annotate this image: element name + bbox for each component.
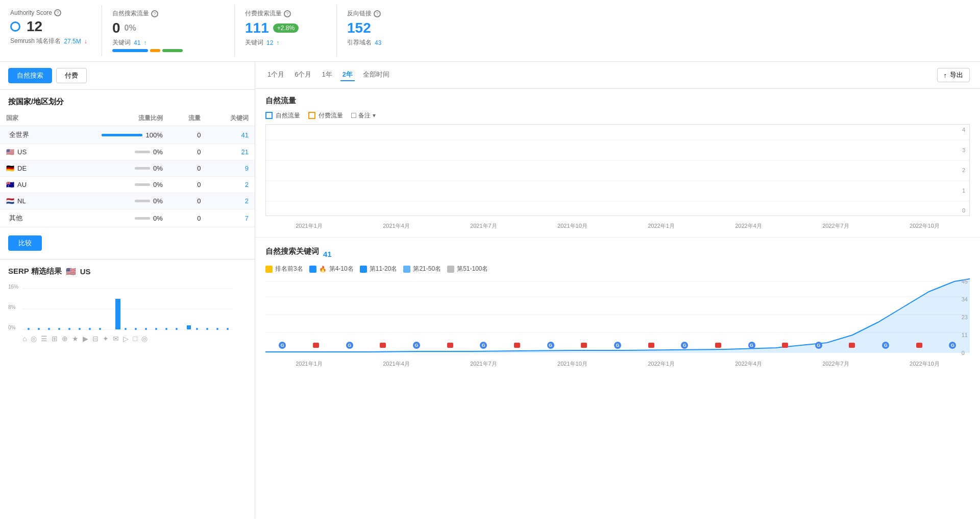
keywords-cell[interactable]: 2 [207,193,255,209]
table-row: 🇦🇺 AU 0% 0 2 [0,177,255,193]
kw-legend-item: 第21-50名 [403,265,441,273]
main-content: 自然搜索 付费 按国家/地区划分 国家 流量比例 流量 关键词 全世界 [0,62,980,518]
traffic-percent: 100% [145,131,162,139]
info-icon-paid[interactable]: ? [284,10,291,17]
country-name-cell: 其他 [0,209,55,227]
time-range-btn[interactable]: 1年 [320,69,334,81]
note-button[interactable]: □ 备注 ▾ [351,111,376,120]
country-label: 其他 [9,213,22,223]
semrush-value[interactable]: 27.5M [64,38,81,45]
organic-traffic-value: 0 0% [112,20,224,36]
country-name-cell: 🇩🇪 DE [0,160,55,177]
time-range-btn[interactable]: 2年 [340,69,355,81]
legend-paid-icon [308,112,315,119]
svg-point-25 [227,328,229,330]
keywords-cell[interactable]: 41 [207,126,255,144]
export-icon: ↑ [944,72,947,79]
kw-legend-color [447,266,454,273]
traffic-percent: 0% [153,164,163,172]
info-icon-organic[interactable]: ? [151,10,158,17]
google-icon: G [815,342,822,349]
marker-red [916,343,922,348]
export-button[interactable]: ↑ 导出 [937,68,970,82]
time-range-bar: 1个月6个月1年2年全部时间 ↑ 导出 [255,62,980,89]
kw-legend-item: 第11-20名 [360,265,398,273]
tab-organic[interactable]: 自然搜索 [8,68,52,83]
keywords-cell[interactable]: 21 [207,144,255,160]
xaxis-label: 2021年10月 [557,222,587,230]
progress-green [162,49,183,52]
marker-red [447,343,453,348]
svg-text:8%: 8% [8,304,16,310]
country-name-cell: 全世界 [0,126,55,144]
xaxis-label: 2021年4月 [383,222,410,230]
kw-legend-label: 排名前3名 [275,265,303,273]
traffic-bar [135,217,150,220]
google-icon: G [748,342,755,349]
semrush-trend: ↓ [84,38,87,45]
kw-legend-color [403,266,410,273]
serp-title: SERP 精选结果 🇺🇸 US [8,267,247,276]
country-name-cell: 🇺🇸 US [0,144,55,160]
keywords-cell[interactable]: 9 [207,160,255,177]
traffic-ratio-cell: 0% [55,160,169,177]
xaxis-label: 2021年7月 [470,222,497,230]
traffic-cell: 0 [169,209,207,227]
traffic-cell: 0 [169,177,207,193]
svg-text:0%: 0% [8,325,16,330]
keywords-cell[interactable]: 2 [207,177,255,193]
tab-paid[interactable]: 付费 [56,68,87,83]
organic-kw-value[interactable]: 41 [134,39,140,46]
svg-point-9 [38,328,40,330]
time-range-btn[interactable]: 全部时间 [361,69,391,81]
google-icon: G [614,342,621,349]
traffic-ratio-cell: 100% [55,126,169,144]
left-panel: 自然搜索 付费 按国家/地区划分 国家 流量比例 流量 关键词 全世界 [0,62,255,518]
table-row: 其他 0% 0 7 [0,209,255,227]
progress-orange [150,49,160,52]
paid-keywords: 关键词 12 ↑ [245,38,326,47]
serp-section: SERP 精选结果 🇺🇸 US 16% 8% 0% [0,259,255,350]
xaxis-label: 2022年7月 [822,222,849,230]
paid-kw-value[interactable]: 12 [266,39,273,46]
keywords-cell[interactable]: 7 [207,209,255,227]
google-icon: G [681,342,688,349]
table-row: 🇺🇸 US 0% 0 21 [0,144,255,160]
traffic-percent: 0% [153,181,163,188]
referring-domains: 引荐域名 43 [347,38,429,47]
paid-badge: +2.8% [273,23,299,33]
organic-chart-section: 自然流量 自然流量 付费流量 □ 备注 ▾ [255,89,980,237]
keywords-legend: 排名前3名🔥第4-10名第11-20名第21-50名第51-100名 [265,265,970,273]
svg-point-15 [99,328,101,330]
marker-red [849,343,855,348]
country-name-cell: 🇦🇺 AU [0,177,55,193]
traffic-ratio-cell: 0% [55,177,169,193]
info-icon-backlinks[interactable]: ? [374,10,381,17]
country-flag: 🇺🇸 [6,148,14,156]
legend-paid: 付费流量 [308,111,343,120]
traffic-cell: 0 [169,126,207,144]
compare-button[interactable]: 比较 [8,235,42,251]
svg-point-12 [68,328,70,330]
svg-point-14 [89,328,91,330]
col-traffic: 流量 [169,111,207,126]
time-range-btn[interactable]: 6个月 [292,69,313,81]
backlinks-block: 反向链接 ? 152 引荐域名 43 [337,5,439,56]
google-icon: G [346,342,353,349]
marker-red [313,343,319,348]
time-range-btn[interactable]: 1个月 [265,69,286,81]
traffic-percent: 0% [153,197,163,205]
export-label: 导出 [950,70,963,80]
kw-legend-label: 第4-10名 [329,265,354,273]
xaxis-label: 2021年10月 [557,360,587,368]
traffic-cell: 0 [169,160,207,177]
info-icon[interactable]: ? [54,9,61,16]
referring-value[interactable]: 43 [375,39,381,46]
country-label: US [17,148,27,156]
svg-point-24 [216,328,218,330]
xaxis-label: 2021年7月 [470,360,497,368]
table-row: 🇩🇪 DE 0% 0 9 [0,160,255,177]
backlinks-title: 反向链接 ? [347,9,429,18]
marker-red [648,343,654,348]
authority-score-value: 12 [10,18,91,35]
